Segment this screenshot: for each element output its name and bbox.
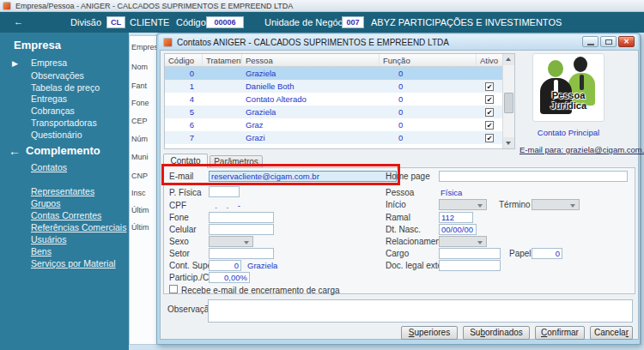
setor-label: Setor <box>169 248 190 259</box>
cell-tratamento <box>203 106 242 118</box>
main-toolbar: ← Divisão CL CLIENTE Código 00006 Unidad… <box>0 12 644 33</box>
fone-input[interactable] <box>209 212 274 223</box>
cancelar-button[interactable]: Cancelar <box>590 326 633 340</box>
minimize-button[interactable] <box>582 36 598 47</box>
sidebar-item-questionario[interactable]: Questionário <box>31 130 82 140</box>
bg-field-label: Fant <box>131 81 158 90</box>
sidebar-item-bens[interactable]: Bens <box>31 246 52 256</box>
scroll-down-icon[interactable] <box>503 137 514 148</box>
dtnasc-input[interactable] <box>439 224 477 235</box>
unidade-code-field[interactable]: 007 <box>342 16 364 28</box>
setor-input[interactable] <box>209 248 274 259</box>
dtnasc-label: Dt. Nasc. <box>386 224 421 235</box>
sexo-dropdown[interactable] <box>209 236 253 247</box>
cell-ativo: ✔ <box>477 118 503 131</box>
cell-pessoa: Graz <box>242 118 380 131</box>
sidebar-item-observacoes[interactable]: Observações <box>31 70 84 81</box>
sidebar-item-usuarios[interactable]: Usuários <box>31 234 66 244</box>
particip-input[interactable] <box>209 272 250 283</box>
homepage-label: Home page <box>386 171 430 182</box>
table-row[interactable]: 0 Graziela 0 <box>165 67 514 80</box>
bg-field-label: Últim <box>131 223 158 232</box>
checked-checkbox-icon[interactable]: ✔ <box>485 82 494 91</box>
table-row[interactable]: 4 Contato Alterado 0 ✔ <box>165 93 514 106</box>
divisao-code-field[interactable]: CL <box>106 16 125 28</box>
checked-checkbox-icon[interactable]: ✔ <box>485 121 494 130</box>
cargo-input[interactable] <box>439 248 501 259</box>
maximize-icon <box>605 39 612 45</box>
observacao-textarea[interactable] <box>208 299 633 323</box>
sidebar-item-representantes[interactable]: Representantes <box>31 186 94 196</box>
cell-ativo: ✔ <box>477 93 503 106</box>
pfisica-input[interactable] <box>209 186 240 197</box>
inicio-dropdown[interactable] <box>439 199 487 210</box>
recebe-email-checkbox[interactable] <box>169 285 178 293</box>
sidebar-item-servicos-por-material[interactable]: Serviços por Material <box>31 258 116 269</box>
table-scrollbar[interactable] <box>502 54 514 148</box>
codigo-label: Código <box>176 12 206 33</box>
superiores-button[interactable]: Superiores <box>401 326 458 340</box>
cargo-label: Cargo <box>386 248 409 259</box>
checked-checkbox-icon[interactable]: ✔ <box>485 108 494 117</box>
column-header-codigo[interactable]: Código <box>165 54 203 66</box>
email-input[interactable] <box>209 171 397 182</box>
scrollbar-thumb[interactable] <box>504 93 513 113</box>
cell-codigo: 7 <box>165 131 203 144</box>
relacionamento-dropdown[interactable] <box>439 236 487 247</box>
cell-tratamento <box>203 118 242 131</box>
cont-superior-link[interactable]: Graziela <box>247 260 277 271</box>
maximize-button[interactable] <box>600 36 617 47</box>
cell-pessoa: Contato Alterado <box>242 93 380 106</box>
bg-field-label: Fone <box>131 99 158 107</box>
sidebar-heading-complemento: Complemento <box>26 144 100 157</box>
bg-field-label: Núm <box>131 135 158 143</box>
papel-input[interactable] <box>532 248 562 259</box>
homepage-input[interactable] <box>439 171 628 182</box>
cell-codigo: 1 <box>165 80 203 93</box>
contato-principal-link[interactable]: Contato Principal <box>532 128 605 137</box>
observacao-label: Observação <box>167 305 214 314</box>
table-row[interactable]: 1 Danielle Both 0 ✔ <box>165 80 514 93</box>
checked-checkbox-icon[interactable]: ✔ <box>485 95 494 104</box>
tab-parametros[interactable]: Parâmetros <box>210 155 263 168</box>
column-header-tratamento[interactable]: Tratamento <box>203 54 242 66</box>
column-header-ativo[interactable]: Ativo <box>477 54 503 66</box>
bg-field-label: CEP <box>131 117 158 125</box>
subordinados-button[interactable]: Subordinados <box>463 326 530 340</box>
scroll-up-icon[interactable] <box>503 54 514 65</box>
person-back-head <box>574 57 587 72</box>
table-row[interactable]: 7 Grazi 0 ✔ <box>165 131 514 144</box>
sidebar-item-cobrancas[interactable]: Cobranças <box>31 106 75 116</box>
email-para-link[interactable]: E-mail para: graziela@cigam.com.br <box>519 145 626 154</box>
sidebar-item-grupos[interactable]: Grupos <box>31 198 60 208</box>
sidebar-item-tabelas-de-preco[interactable]: Tabelas de preço <box>31 82 100 93</box>
sidebar-item-referencias-comerciais[interactable]: Referências Comerciais <box>31 222 126 232</box>
cont-superior-input[interactable] <box>209 260 241 271</box>
sidebar-item-contatos[interactable]: Contatos <box>31 162 67 172</box>
ramal-input[interactable] <box>439 212 473 223</box>
close-button[interactable]: ✕ <box>618 36 635 47</box>
codigo-field[interactable]: 00006 <box>206 16 244 28</box>
termino-dropdown[interactable] <box>532 199 580 210</box>
sidebar-item-empresa[interactable]: Empresa <box>31 57 67 68</box>
checked-checkbox-icon[interactable]: ✔ <box>485 134 494 142</box>
column-header-pessoa[interactable]: Pessoa <box>242 54 380 66</box>
sidebar-item-transportadoras[interactable]: Transportadoras <box>31 118 97 128</box>
pessoa-value: Física <box>440 187 462 198</box>
table-row[interactable]: 5 Graziela 0 ✔ <box>165 106 514 118</box>
back-arrow-icon[interactable]: ← <box>14 12 23 33</box>
cell-codigo: 5 <box>165 106 203 118</box>
cpf-value: . . - <box>210 200 240 211</box>
confirmar-button[interactable]: Confirmar <box>535 326 585 340</box>
tab-contato[interactable]: Contato <box>163 154 208 168</box>
sidebar-item-contas-correntes[interactable]: Contas Correntes <box>31 210 101 220</box>
celular-input[interactable] <box>209 224 274 235</box>
sidebar-item-entregas[interactable]: Entregas <box>31 94 67 104</box>
column-header-funcao[interactable]: Função <box>380 54 477 66</box>
complemento-back-arrow-icon[interactable]: ← <box>9 144 21 158</box>
dialog-titlebar[interactable]: Contatos ANIGER - CALCADOS SUPRIMENTOS E… <box>159 34 638 50</box>
divisao-value: CLIENTE <box>130 12 169 33</box>
table-row[interactable]: 6 Graz 0 ✔ <box>165 118 514 131</box>
doclegal-input[interactable] <box>439 260 501 271</box>
sexo-label: Sexo <box>169 236 189 247</box>
